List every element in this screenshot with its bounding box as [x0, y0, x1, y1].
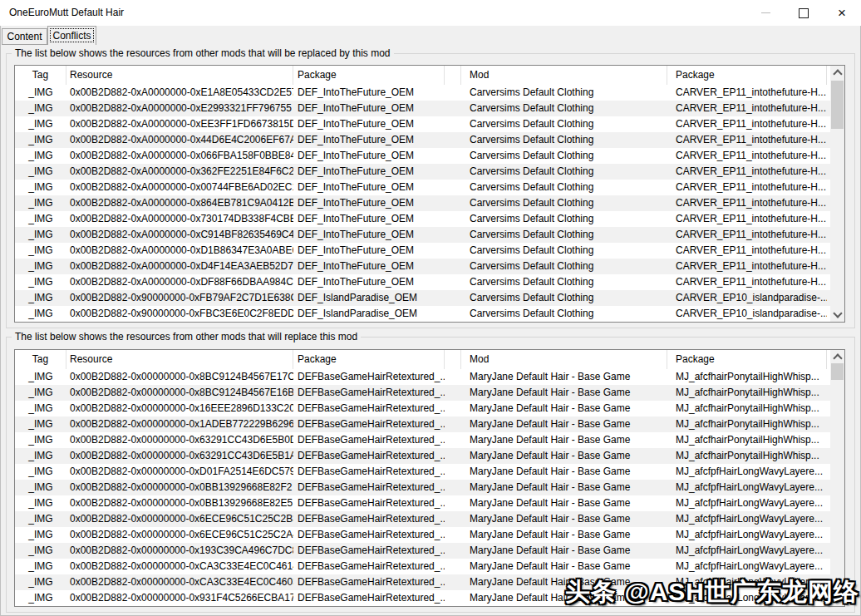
cell-resource: 0x00B2D882-0x00000000-0x1ADEB772229B6296 — [66, 416, 293, 432]
cell-spacer — [445, 148, 461, 164]
table-row[interactable]: _IMG0x00B2D882-0x90000000-0xFBC3E6E0C2F8… — [15, 306, 830, 322]
cell-package: DEFBaseGameHairRetextured_... — [293, 480, 445, 495]
cell-package: DEF_IntoTheFuture_OEM — [293, 259, 445, 274]
table-row[interactable]: _IMG0x00B2D882-0xA0000000-0x00744FBE6AD0… — [15, 180, 830, 195]
table-row[interactable]: _IMG0x00B2D882-0x00000000-0x6ECE96C51C25… — [15, 527, 830, 543]
table-row[interactable]: _IMG0x00B2D882-0xA0000000-0x730174DB338F… — [15, 211, 830, 227]
cell-spacer — [445, 211, 461, 227]
table-row[interactable]: _IMG0x00B2D882-0x00000000-0x8BC9124B4567… — [15, 385, 830, 401]
table-row[interactable]: _IMG0x00B2D882-0xA0000000-0x066FBA158F0B… — [15, 148, 830, 164]
table-row[interactable]: _IMG0x00B2D882-0x00000000-0x8BC9124B4567… — [15, 369, 830, 385]
table-row[interactable]: _IMG0x00B2D882-0xA0000000-0xDF88F66DBAA9… — [15, 274, 830, 290]
cell-spacer — [445, 480, 461, 495]
table-row[interactable]: _IMG0x00B2D882-0xA0000000-0x864EB781C9A0… — [15, 195, 830, 211]
cell-spacer — [445, 432, 461, 448]
column-header-resource[interactable]: Resource — [66, 350, 293, 369]
column-header-package2[interactable]: Package — [667, 66, 827, 85]
cell-resource: 0x00B2D882-0xA0000000-0xE2993321FF796755 — [66, 101, 293, 116]
table-row[interactable]: _IMG0x00B2D882-0xA0000000-0xE1A8E05433CD… — [15, 85, 830, 101]
cell-mod: Carversims Default Clothing — [461, 101, 667, 116]
table-row[interactable]: _IMG0x00B2D882-0x00000000-0x63291CC43D6E… — [15, 432, 830, 448]
cell-package: DEFBaseGameHairRetextured_... — [293, 495, 445, 511]
table-row[interactable]: _IMG0x00B2D882-0x00000000-0x6ECE96C51C25… — [15, 511, 830, 527]
table-row[interactable]: _IMG0x00B2D882-0xA0000000-0xD4F14EA3AEB5… — [15, 259, 830, 274]
vertical-scrollbar[interactable] — [830, 350, 844, 606]
cell-package: DEF_IntoTheFuture_OEM — [293, 148, 445, 164]
cell-mod: Carversims Default Clothing — [461, 290, 667, 306]
cell-resource: 0x00B2D882-0x00000000-0x63291CC43D6E5B1A — [66, 448, 293, 464]
cell-resource: 0x00B2D882-0xA0000000-0xDF88F66DBAA984C3 — [66, 274, 293, 290]
cell-package: DEF_IntoTheFuture_OEM — [293, 164, 445, 180]
table-row[interactable]: _IMG0x00B2D882-0xA0000000-0xEE3FF1FD6673… — [15, 116, 830, 132]
table-row[interactable]: _IMG0x00B2D882-0x00000000-0x0BB13929668E… — [15, 495, 830, 511]
cell-package2: CARVER_EP11_intothefuture-H... — [667, 195, 827, 211]
column-header-package[interactable]: Package — [293, 350, 445, 369]
cell-package2: CARVER_EP10_islandparadise-... — [667, 306, 827, 322]
cell-package: DEF_IntoTheFuture_OEM — [293, 195, 445, 211]
column-header-package[interactable]: Package — [293, 66, 445, 85]
window-title: OneEuroMutt Default Hair — [9, 7, 124, 18]
scrollbar-thumb[interactable] — [831, 81, 844, 129]
column-header-mod[interactable]: Mod — [461, 350, 667, 369]
cell-package: DEF_IslandParadise_OEM — [293, 306, 445, 322]
cell-spacer — [445, 243, 461, 259]
table-row[interactable]: _IMG0x00B2D882-0xA0000000-0xD1B86347E3A0… — [15, 243, 830, 259]
cell-tag: _IMG — [15, 274, 66, 290]
cell-spacer — [445, 464, 461, 480]
cell-tag: _IMG — [15, 495, 66, 511]
cell-tag: _IMG — [15, 132, 66, 148]
minimize-icon — [761, 12, 770, 13]
table-row[interactable]: _IMG0x00B2D882-0x00000000-0x0BB13929668E… — [15, 480, 830, 495]
table-row[interactable]: _IMG0x00B2D882-0x00000000-0xCA3C33E4EC0C… — [15, 559, 830, 574]
chevron-down-icon — [833, 308, 842, 318]
minimize-button[interactable] — [746, 0, 785, 26]
cell-package: DEF_IntoTheFuture_OEM — [293, 180, 445, 195]
table-row[interactable]: _IMG0x00B2D882-0x90000000-0xFB79AF2C7D1E… — [15, 290, 830, 306]
cell-spacer — [445, 448, 461, 464]
column-header-mod[interactable]: Mod — [461, 66, 667, 85]
table-row[interactable]: _IMG0x00B2D882-0xA0000000-0x362FE2251E84… — [15, 164, 830, 180]
cell-tag: _IMG — [15, 590, 66, 606]
vertical-scrollbar[interactable] — [830, 66, 844, 322]
column-header-tag[interactable]: Tag — [15, 350, 66, 369]
table-row[interactable]: _IMG0x00B2D882-0x00000000-0x1ADEB772229B… — [15, 416, 830, 432]
cell-package: DEFBaseGameHairRetextured_... — [293, 448, 445, 464]
tab-content[interactable]: Content — [2, 28, 47, 45]
maximize-button[interactable] — [785, 0, 823, 26]
cell-mod: MaryJane Default Hair - Base Game — [461, 495, 667, 511]
column-header-package2[interactable]: Package — [667, 350, 827, 369]
cell-tag: _IMG — [15, 101, 66, 116]
cell-mod: MaryJane Default Hair - Base Game — [461, 559, 667, 574]
cell-resource: 0x00B2D882-0x00000000-0x0BB13929668E82E5 — [66, 495, 293, 511]
column-header-tag[interactable]: Tag — [15, 66, 66, 85]
table-row[interactable]: _IMG0x00B2D882-0xA0000000-0x44D6E4C2006E… — [15, 132, 830, 148]
tab-conflicts[interactable]: Conflicts — [47, 26, 96, 45]
cell-resource: 0x00B2D882-0xA0000000-0xEE3FF1FD6673815D — [66, 116, 293, 132]
table-row[interactable]: _IMG0x00B2D882-0xA0000000-0xC914BF826354… — [15, 227, 830, 243]
cell-spacer — [445, 401, 461, 416]
cell-package2: MJ_afcfpfHairLongWavyLayere... — [667, 559, 827, 574]
column-header-spacer — [445, 66, 461, 85]
cell-spacer — [445, 85, 461, 101]
table-row[interactable]: _IMG0x00B2D882-0x00000000-0x63291CC43D6E… — [15, 448, 830, 464]
cell-package2: MJ_afcfpfHairLongWavyLayere... — [667, 511, 827, 527]
table-row[interactable]: _IMG0x00B2D882-0x00000000-0x193C39CA496C… — [15, 543, 830, 559]
cell-package: DEF_IntoTheFuture_OEM — [293, 101, 445, 116]
cell-resource: 0x00B2D882-0x90000000-0xFBC3E6E0C2F8EDD6 — [66, 306, 293, 322]
table-row[interactable]: _IMG0x00B2D882-0x00000000-0x16EEE2896D13… — [15, 401, 830, 416]
scroll-down-button[interactable] — [830, 308, 844, 322]
cell-package: DEFBaseGameHairRetextured_... — [293, 416, 445, 432]
table-row[interactable]: _IMG0x00B2D882-0x00000000-0xD01FA2514E6D… — [15, 464, 830, 480]
scrollbar-thumb[interactable] — [831, 363, 844, 380]
listview-header: Tag Resource Package Mod Package — [15, 350, 830, 369]
cell-package: DEFBaseGameHairRetextured_... — [293, 464, 445, 480]
column-header-resource[interactable]: Resource — [66, 66, 293, 85]
cell-mod: MaryJane Default Hair - Base Game — [461, 385, 667, 401]
scroll-up-button[interactable] — [830, 350, 844, 364]
close-button[interactable]: × — [823, 0, 861, 26]
cell-mod: MaryJane Default Hair - Base Game — [461, 448, 667, 464]
cell-package: DEFBaseGameHairRetextured_... — [293, 385, 445, 401]
scroll-up-button[interactable] — [830, 66, 844, 80]
table-row[interactable]: _IMG0x00B2D882-0xA0000000-0xE2993321FF79… — [15, 101, 830, 116]
cell-mod: Carversims Default Clothing — [461, 148, 667, 164]
